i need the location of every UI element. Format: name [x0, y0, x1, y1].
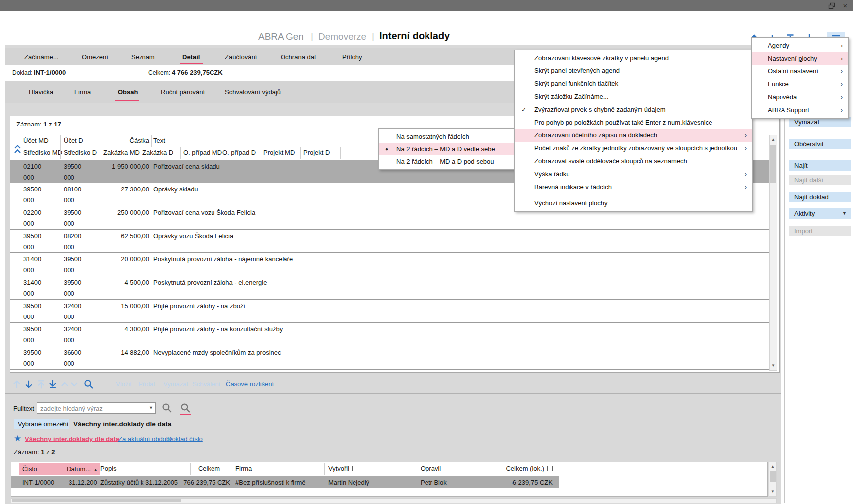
chevron-up-icon[interactable]: [60, 380, 69, 388]
restore-icon[interactable]: [827, 2, 836, 10]
col-popis[interactable]: Popis: [100, 465, 125, 472]
close-icon[interactable]: ×: [841, 2, 850, 10]
column-checkbox[interactable]: [120, 466, 125, 471]
col-projekt-d[interactable]: Projekt D: [303, 149, 330, 156]
column-checkbox[interactable]: [444, 466, 449, 471]
tab-zaciname[interactable]: Začínáme...: [24, 53, 59, 61]
col-projekt-md[interactable]: Projekt MD: [263, 149, 295, 156]
sidebar-item-obcerstvit[interactable]: Občerstvit: [789, 139, 851, 149]
scrollbar-thumb[interactable]: [770, 471, 776, 482]
menu-item-svisle-oddelovace[interactable]: Zobrazovat svislé oddělovače sloupců na …: [515, 155, 752, 168]
menu-item-napoveda[interactable]: Nápověda ›: [752, 91, 848, 104]
col-vytvoril[interactable]: Vytvořil: [328, 465, 357, 472]
menu-item-zvyraznovat-prvek[interactable]: ✓ Zvýrazňovat prvek s chybně zadaným úda…: [515, 103, 752, 116]
col-celkem[interactable]: Celkem: [180, 465, 228, 472]
menu-item-abra-support[interactable]: ABRA Support ›: [752, 104, 848, 117]
table-row[interactable]: 31400 39500 20 000,00 Poskytnutá provozn…: [10, 253, 769, 276]
row-first-icon[interactable]: [36, 379, 46, 389]
col-cislo-dokladu[interactable]: Číslo dokladu▲: [19, 463, 65, 475]
insert-button[interactable]: Vložit: [116, 380, 132, 388]
column-checkbox[interactable]: [547, 466, 553, 471]
scrollbar-thumb[interactable]: [12, 499, 181, 502]
selected-restriction-button[interactable]: Vybrané omezení ▼: [14, 419, 69, 429]
search-icon[interactable]: [161, 402, 172, 413]
row-up-icon[interactable]: [12, 379, 22, 389]
tab-prilohy[interactable]: Přílohy: [342, 53, 362, 61]
documents-vscrollbar[interactable]: ▲ ▼: [769, 462, 777, 497]
col-castka[interactable]: Částka: [100, 137, 149, 144]
col-pripad-d[interactable]: O. případ D: [222, 149, 256, 156]
search-icon[interactable]: [83, 379, 94, 389]
subtab-schvalovani[interactable]: Schvalování výdajů: [225, 88, 281, 96]
scroll-down-icon[interactable]: ▼: [770, 362, 777, 369]
menu-item-nastaveni-plochy[interactable]: Nastavení plochy ›: [752, 52, 848, 65]
menu-item-samostatne-radky[interactable]: Na samostatných řádcích: [379, 130, 516, 143]
menu-item-barevna-indikace[interactable]: Barevná indikace v řádcích ›: [515, 181, 752, 193]
col-ucet-md[interactable]: Účet MD: [23, 137, 49, 144]
menu-item-skryt-zalozku[interactable]: Skrýt záložku Začínáme...: [515, 90, 752, 103]
table-row[interactable]: INT-1/0000 31.12.2005 Zůstatky účtů k 31…: [11, 476, 559, 488]
menu-item-klavesove-zkratky[interactable]: Zobrazování klávesové zkratky v panelu a…: [515, 52, 752, 64]
combo-dropdown-icon[interactable]: ▼: [149, 405, 153, 410]
menu-item-vyska-radku[interactable]: Výška řádku ›: [515, 168, 752, 181]
subtab-rucni-parovani[interactable]: Ruční párování: [161, 88, 205, 96]
menu-item-funkce[interactable]: Funkce ›: [752, 78, 848, 91]
menu-item-vychozi-nastaveni[interactable]: Výchozí nastavení plochy: [515, 197, 752, 210]
scrollbar-thumb[interactable]: [770, 145, 776, 183]
col-ucet-d[interactable]: Účet D: [64, 137, 83, 144]
table-row[interactable]: 31400 39500 4 500,00 Poskytnutá provozní…: [10, 276, 769, 300]
table-row[interactable]: 39500 08200 62 500,00 Oprávky vozu Škoda…: [10, 230, 769, 253]
col-stredisko-md[interactable]: Středisko MD: [23, 149, 62, 156]
subtab-hlavicka[interactable]: Hlavička: [29, 88, 53, 96]
sort-double-chevron-icon[interactable]: [13, 143, 22, 156]
menu-item-pocet-znaku-jednotky[interactable]: Počet znaků ze zkratky jednotky zobrazov…: [515, 142, 752, 155]
table-row[interactable]: 39500 32400 4 300,00 Přijté provozní zál…: [10, 323, 769, 346]
restriction-link-doc-number[interactable]: Doklad číslo: [167, 435, 203, 442]
col-firma[interactable]: Firma: [235, 465, 260, 472]
approve-button[interactable]: Schválení: [192, 380, 220, 388]
col-zakazka-d[interactable]: Zakázka D: [142, 149, 173, 156]
col-zakazka-md[interactable]: Zakázka MD: [103, 149, 140, 156]
menu-item-skryt-panel-tlacitek[interactable]: Skrýt panel funkčních tlačítek: [515, 77, 752, 90]
col-stredisko-d[interactable]: Středisko D: [64, 149, 97, 156]
menu-item-agendy[interactable]: Agendy ›: [752, 39, 848, 52]
tab-ochrana-dat[interactable]: Ochrana dat: [281, 53, 316, 61]
table-row[interactable]: 39500 32400 15 000,00 Přijté provozní zá…: [10, 300, 769, 323]
row-last-icon[interactable]: [48, 379, 58, 389]
star-icon[interactable]: ★: [14, 433, 21, 443]
sidebar-item-aktivity[interactable]: Aktivity ▼: [789, 208, 851, 219]
time-resolution-button[interactable]: Časové rozlišení: [226, 380, 274, 388]
col-pripad-md[interactable]: O. případ MD: [183, 149, 222, 156]
column-checkbox[interactable]: [255, 466, 260, 471]
subtab-obsah[interactable]: Obsah: [118, 88, 138, 96]
scroll-down-icon[interactable]: ▼: [769, 488, 776, 495]
restriction-link-current-period[interactable]: Za aktuální období: [118, 435, 172, 442]
row-down-icon[interactable]: [24, 379, 34, 389]
menu-item-md-d-vedle-sebe[interactable]: ● Na 2 řádcích – MD a D vedle sebe: [379, 143, 516, 155]
search-next-icon[interactable]: [180, 402, 191, 415]
column-checkbox[interactable]: [352, 466, 357, 471]
menu-item-enter-num-klavesnice[interactable]: Pro pohyb po položkách používat také Ent…: [515, 116, 752, 129]
tab-omezeni[interactable]: Omezení: [82, 53, 108, 61]
add-button[interactable]: Přidat: [139, 380, 155, 388]
search-input[interactable]: [39, 403, 145, 414]
menu-item-md-d-pod-sebou[interactable]: Na 2 řádcích – MD a D pod sebou: [379, 155, 516, 168]
menu-item-zobrazovani-uctenniho-zapisu[interactable]: Zobrazování účetního zápisu na dokladech…: [515, 129, 752, 142]
restriction-link-favorite[interactable]: Všechny inter.doklady dle data: [25, 435, 119, 442]
col-celkem-lok[interactable]: Celkem (lok.): [503, 465, 553, 472]
col-text[interactable]: Text: [153, 137, 165, 144]
minimize-icon[interactable]: –: [813, 2, 822, 10]
scroll-up-icon[interactable]: ▲: [769, 463, 776, 470]
grid-vscrollbar[interactable]: ▲ ▼: [769, 135, 777, 371]
subtab-firma[interactable]: Firma: [74, 88, 91, 96]
chevron-down-icon[interactable]: [70, 380, 79, 388]
documents-hscrollbar[interactable]: [11, 498, 777, 503]
scroll-up-icon[interactable]: ▲: [770, 136, 777, 143]
table-row[interactable]: 39500 36600 14 882,00 Nevyplacené mzdy s…: [10, 346, 769, 370]
sidebar-item-najit-doklad[interactable]: Najít doklad: [789, 192, 851, 202]
col-datum[interactable]: Datum...▲: [65, 463, 100, 475]
sidebar-item-najit[interactable]: Najít: [789, 160, 851, 171]
tab-seznam[interactable]: Seznam: [131, 53, 155, 61]
col-opravil[interactable]: Opravil: [421, 465, 449, 472]
menu-item-skryt-panel-agend[interactable]: Skrýt panel otevřených agend: [515, 64, 752, 77]
